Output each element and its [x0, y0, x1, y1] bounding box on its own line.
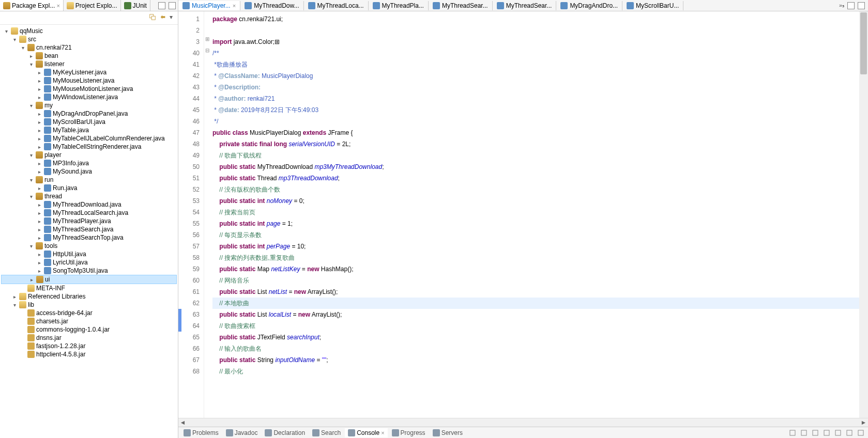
tree-node[interactable]: ▸ui [1, 275, 177, 284]
tab-junit[interactable]: JUnit [121, 0, 150, 11]
expand-icon[interactable]: ▾ [28, 61, 34, 67]
code-line[interactable]: // 最小化 [212, 366, 865, 377]
expand-icon[interactable]: ▸ [36, 210, 42, 216]
tab-package-explorer[interactable]: Package Expl... × [0, 0, 64, 11]
open-console-icon[interactable] [834, 429, 842, 436]
expand-icon[interactable]: ▸ [11, 294, 18, 300]
expand-icon[interactable]: ▸ [36, 227, 42, 232]
remove-icon[interactable] [812, 429, 819, 436]
close-icon[interactable]: × [233, 3, 236, 9]
tree-node[interactable]: ▸MyDragAndDropPanel.java [1, 110, 177, 118]
code-line[interactable]: * @author: renkai721 [212, 93, 865, 104]
expand-icon[interactable]: ▾ [28, 152, 34, 158]
editor-tab[interactable]: MyDragAndDro... [556, 1, 622, 10]
fold-gutter[interactable]: ⊞⊟ [204, 13, 210, 377]
tree-node[interactable]: charsets.jar [1, 317, 177, 325]
bottom-tab-javadoc[interactable]: Javadoc [223, 428, 261, 437]
tree-node[interactable]: access-bridge-64.jar [1, 309, 177, 317]
bottom-tab-progress[interactable]: Progress [389, 428, 429, 437]
close-icon[interactable]: × [381, 430, 384, 436]
code-line[interactable]: public static List netList = new ArrayLi… [212, 286, 865, 298]
expand-icon[interactable]: ▸ [36, 78, 42, 84]
maximize-icon[interactable] [857, 429, 864, 436]
code-line[interactable]: public static MyThreadDownload mp3MyThre… [212, 161, 865, 173]
tree-node[interactable]: ▾src [1, 35, 177, 43]
vertical-scrollbar[interactable] [859, 11, 868, 418]
expand-icon[interactable]: ▸ [28, 53, 34, 59]
minimize-icon[interactable] [158, 2, 165, 9]
display-icon[interactable] [800, 429, 808, 436]
expand-icon[interactable]: ▸ [36, 218, 42, 224]
tree-node[interactable]: ▾cn.renkai721 [1, 43, 177, 52]
code-editor[interactable]: 1234041424344454647484950515253545556575… [178, 11, 868, 418]
expand-icon[interactable]: ▸ [36, 268, 42, 274]
tree-node[interactable]: ▸LyricUtil.java [1, 258, 177, 267]
code-line[interactable]: private static final long serialVersionU… [212, 138, 865, 150]
code-line[interactable]: * @date: 2019年8月22日 下午5:49:03 [212, 104, 865, 116]
bottom-tab-problems[interactable]: Problems [180, 428, 222, 437]
tree-node[interactable]: ▸MyTable.java [1, 126, 177, 134]
pin-icon[interactable] [789, 429, 796, 436]
close-icon[interactable]: × [56, 3, 59, 9]
link-editor-icon[interactable] [159, 13, 166, 22]
expand-icon[interactable]: ▸ [36, 111, 42, 117]
expand-icon[interactable]: ▾ [3, 28, 9, 34]
code-line[interactable]: // 输入的歌曲名 [212, 343, 865, 354]
code-content[interactable]: package cn.renkai721.ui;import java.awt.… [204, 11, 868, 418]
editor-tab[interactable]: MusicPlayer...× [178, 1, 240, 10]
code-line[interactable]: // 歌曲下载线程 [212, 150, 865, 161]
tree-node[interactable]: ▾my [1, 101, 177, 110]
tree-node[interactable]: ▾lib [1, 301, 177, 309]
bottom-tab-declaration[interactable]: Declaration [262, 428, 308, 437]
view-menu-icon[interactable]: ▾ [170, 13, 173, 22]
tree-node[interactable]: commons-logging-1.0.4.jar [1, 325, 177, 334]
code-line[interactable]: public static Map netListKey = new HashM… [212, 263, 865, 275]
expand-icon[interactable]: ▸ [36, 161, 42, 166]
tree-node[interactable]: ▾listener [1, 60, 177, 68]
tree-node[interactable]: ▸MyMouseMotionListener.java [1, 85, 177, 93]
tree-node[interactable]: ▸MyScrollBarUI.java [1, 118, 177, 126]
expand-icon[interactable]: ▸ [36, 185, 42, 191]
editor-tab[interactable]: MyThreadSear... [429, 1, 493, 10]
tree-node[interactable]: ▸MyWindowListener.java [1, 93, 177, 101]
tab-project-explorer[interactable]: Project Explo... [64, 0, 121, 11]
tree-node[interactable]: ▸SongToMp3Util.java [1, 267, 177, 275]
code-line[interactable]: * @Description: [212, 82, 865, 93]
code-line[interactable]: */ [212, 116, 865, 127]
editor-tab[interactable]: MyThreadSear... [493, 1, 557, 10]
expand-icon[interactable]: ▸ [36, 95, 42, 100]
code-line[interactable]: public static String inputOldName = ""; [212, 354, 865, 366]
code-line[interactable]: // 每页显示条数 [212, 229, 865, 241]
expand-icon[interactable]: ▾ [28, 177, 34, 183]
expand-icon[interactable]: ▾ [28, 103, 34, 108]
tree-node[interactable]: ▸MyThreadPlayer.java [1, 217, 177, 225]
expand-icon[interactable]: ▸ [36, 202, 42, 208]
expand-icon[interactable]: ▾ [20, 45, 26, 51]
code-line[interactable]: *歌曲播放器 [212, 59, 865, 70]
horizontal-scrollbar[interactable]: ◄ ► [178, 418, 868, 427]
code-line[interactable]: public static List localList = new Array… [212, 309, 865, 320]
expand-icon[interactable]: ▸ [36, 252, 42, 257]
expand-icon[interactable]: ▸ [36, 260, 42, 265]
tree-node[interactable]: ▸HttpUtil.java [1, 250, 177, 258]
expand-icon[interactable]: ▾ [11, 37, 18, 42]
expand-icon[interactable]: ▸ [36, 128, 42, 133]
expand-icon[interactable]: ▸ [36, 136, 42, 142]
code-line[interactable]: public class MusicPlayerDialog extends J… [212, 127, 865, 138]
code-line[interactable]: * @ClassName: MusicPlayerDialog [212, 70, 865, 82]
tree-node[interactable]: ▾qqMusic [1, 27, 177, 35]
code-line[interactable]: /** [212, 48, 865, 59]
tree-node[interactable]: ▸MyTableCellJLabelColumnRenderer.java [1, 134, 177, 143]
scroll-right-icon[interactable]: ► [859, 419, 868, 426]
code-line[interactable]: package cn.renkai721.ui; [212, 13, 865, 25]
tree-node[interactable]: ▸MyThreadSearchTop.java [1, 233, 177, 242]
minimize-icon[interactable] [847, 2, 855, 9]
code-line[interactable] [212, 25, 865, 36]
bottom-tab-console[interactable]: Console × [345, 428, 387, 437]
tree-node[interactable]: ▸MyMouseListener.java [1, 76, 177, 85]
code-line[interactable]: public static int perPage = 10; [212, 241, 865, 252]
expand-icon[interactable]: ▸ [36, 144, 42, 150]
code-line[interactable]: // 没有版权的歌曲个数 [212, 184, 865, 195]
remove-all-icon[interactable] [823, 429, 830, 436]
code-line[interactable]: // 搜索当前页 [212, 207, 865, 218]
